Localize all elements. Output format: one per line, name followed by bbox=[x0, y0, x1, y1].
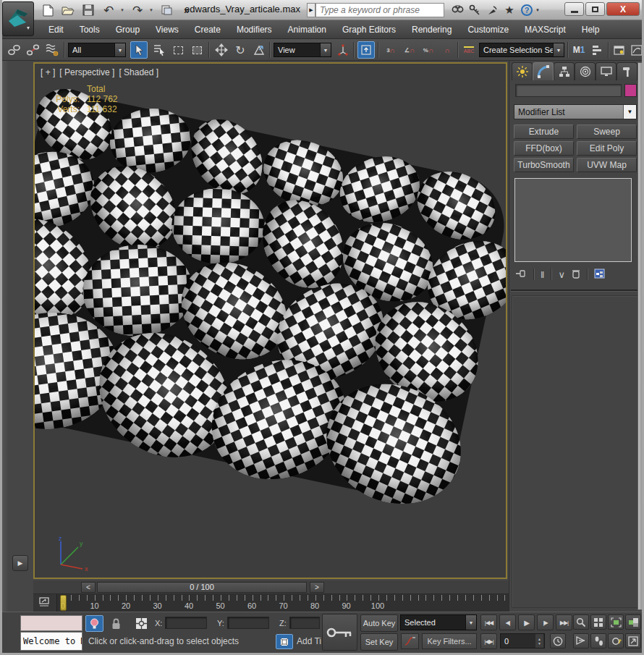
communication-center-icon[interactable] bbox=[483, 3, 501, 17]
modifier-button-extrude[interactable]: Extrude bbox=[514, 124, 574, 139]
modifier-button-ffd-box[interactable]: FFD(box) bbox=[514, 141, 574, 156]
bind-to-space-warp-icon[interactable] bbox=[43, 41, 61, 59]
select-and-link-icon[interactable] bbox=[6, 41, 23, 59]
play-button[interactable]: ▶ bbox=[518, 614, 535, 630]
object-name-field[interactable] bbox=[515, 84, 622, 97]
adaptive-degradation-toggle[interactable] bbox=[276, 634, 293, 649]
modifier-list-dropdown[interactable]: Modifier List ▼ bbox=[514, 104, 637, 119]
add-time-tag[interactable]: Add Ti bbox=[297, 636, 321, 646]
time-slider-frame-display[interactable]: 0 / 100 bbox=[97, 582, 307, 593]
named-selection-sets-dropdown[interactable]: Create Selection Se ▼ bbox=[479, 43, 564, 57]
menu-animation[interactable]: Animation bbox=[280, 22, 334, 38]
select-and-rotate-icon[interactable]: ↻ bbox=[232, 41, 249, 59]
zoom-all-button[interactable] bbox=[590, 614, 606, 630]
app-logo-button[interactable] bbox=[2, 1, 34, 36]
select-and-manipulate-icon[interactable] bbox=[357, 41, 375, 59]
open-file-button[interactable] bbox=[59, 2, 77, 18]
undo-dropdown-arrow[interactable]: ▼ bbox=[120, 8, 126, 12]
viewport-general-menu[interactable]: [ + ] bbox=[41, 67, 55, 77]
command-panel-scrollbar[interactable] bbox=[637, 62, 643, 610]
go-to-end-button[interactable]: ▶▶| bbox=[556, 614, 572, 630]
angle-snap-toggle-icon[interactable]: ∠∩ bbox=[401, 41, 418, 59]
next-frame-button[interactable]: |▶ bbox=[537, 614, 554, 630]
subscription-key-icon[interactable] bbox=[466, 3, 483, 17]
zoom-extents-all-button[interactable] bbox=[625, 614, 641, 630]
search-input[interactable] bbox=[315, 3, 444, 17]
current-frame-field[interactable]: 0 ▲ ▼ bbox=[500, 633, 545, 648]
snaps-toggle-icon[interactable]: 3∩ bbox=[382, 41, 399, 59]
zoom-button[interactable] bbox=[573, 614, 589, 630]
modifier-button-uvw-map[interactable]: UVW Map bbox=[577, 158, 637, 172]
tab-display[interactable] bbox=[596, 62, 617, 80]
menu-graph-editors[interactable]: Graph Editors bbox=[334, 22, 404, 38]
window-crossing-toggle-icon[interactable] bbox=[188, 41, 206, 59]
curve-editor-icon[interactable] bbox=[628, 41, 644, 59]
align-icon[interactable] bbox=[589, 41, 606, 59]
menu-modifiers[interactable]: Modifiers bbox=[229, 22, 280, 38]
remove-modifier-icon[interactable] bbox=[572, 269, 580, 281]
menu-edit[interactable]: Edit bbox=[41, 22, 72, 38]
close-button[interactable]: X bbox=[606, 2, 640, 16]
previous-frame-arrow[interactable]: < bbox=[81, 582, 96, 593]
isolate-selection-toggle[interactable] bbox=[85, 615, 103, 632]
redo-dropdown-arrow[interactable]: ▼ bbox=[149, 8, 155, 12]
percent-snap-toggle-icon[interactable]: %∩ bbox=[420, 41, 437, 59]
menu-maxscript[interactable]: MAXScript bbox=[517, 22, 574, 38]
modifier-button-turbosmooth[interactable]: TurboSmooth bbox=[514, 158, 574, 172]
coord-z-field[interactable] bbox=[289, 617, 320, 629]
go-to-start-button[interactable]: |◀◀ bbox=[480, 614, 497, 630]
default-in-out-tangents-button[interactable] bbox=[401, 633, 419, 649]
rectangular-selection-region-icon[interactable] bbox=[169, 41, 187, 59]
maxscript-mini-listener[interactable]: Welcome to Mi bbox=[20, 632, 82, 651]
next-frame-arrow[interactable]: > bbox=[310, 582, 324, 593]
menu-help[interactable]: Help bbox=[574, 22, 608, 38]
coord-x-field[interactable] bbox=[165, 617, 207, 629]
minimize-button[interactable] bbox=[564, 2, 584, 16]
modifier-button-edit-poly[interactable]: Edit Poly bbox=[577, 141, 637, 156]
expand-panel-button[interactable]: ▶ bbox=[12, 555, 28, 571]
use-pivot-point-center-icon[interactable] bbox=[334, 41, 352, 59]
menu-group[interactable]: Group bbox=[108, 22, 148, 38]
coord-y-field[interactable] bbox=[227, 617, 269, 629]
make-unique-icon[interactable]: ∨ bbox=[558, 269, 565, 280]
menu-customize[interactable]: Customize bbox=[459, 22, 517, 38]
menu-rendering[interactable]: Rendering bbox=[404, 22, 459, 38]
select-and-move-icon[interactable] bbox=[213, 41, 230, 59]
walk-through-button[interactable] bbox=[590, 633, 606, 648]
maxscript-listener-macro-pane[interactable] bbox=[20, 615, 82, 631]
help-dropdown-arrow[interactable]: ▼ bbox=[535, 8, 541, 12]
tab-hierarchy[interactable] bbox=[554, 62, 575, 80]
help-icon[interactable]: ? bbox=[518, 3, 535, 17]
undo-button[interactable]: ↶ bbox=[100, 2, 117, 18]
tab-create[interactable] bbox=[512, 62, 533, 80]
track-bar-ruler[interactable]: 0 10 20 30 40 50 60 70 80 90 100 bbox=[56, 594, 509, 612]
menu-tools[interactable]: Tools bbox=[72, 22, 108, 38]
auto-key-button[interactable]: Auto Key bbox=[360, 614, 398, 632]
mini-curve-editor-button[interactable] bbox=[38, 596, 52, 609]
manage-layers-icon[interactable] bbox=[611, 41, 628, 59]
orbit-button[interactable] bbox=[608, 633, 624, 648]
absolute-mode-transform-toggle[interactable] bbox=[133, 616, 150, 631]
perspective-viewport[interactable]: [ + ] [ Perspective ] [ Shaded ] FPS: 75… bbox=[33, 62, 507, 579]
show-end-result-icon[interactable]: ‖ bbox=[541, 269, 544, 280]
tab-modify[interactable] bbox=[533, 62, 554, 80]
object-color-swatch[interactable] bbox=[624, 84, 637, 97]
viewport-shading-menu[interactable]: [ Shaded ] bbox=[119, 67, 158, 77]
frame-spinner[interactable]: ▲ ▼ bbox=[535, 634, 543, 648]
set-keys-button[interactable] bbox=[322, 614, 357, 651]
zoom-extents-selected-button[interactable] bbox=[608, 614, 624, 630]
select-and-scale-icon[interactable] bbox=[250, 41, 268, 59]
selection-lock-toggle[interactable] bbox=[109, 617, 123, 631]
modifier-stack-list[interactable] bbox=[514, 178, 632, 262]
pan-view-button[interactable] bbox=[573, 633, 589, 648]
mirror-icon[interactable]: M1 bbox=[570, 41, 588, 59]
configure-modifier-sets-icon[interactable] bbox=[594, 269, 605, 281]
maximize-viewport-toggle[interactable] bbox=[625, 633, 641, 648]
spinner-down-icon[interactable]: ▼ bbox=[538, 641, 541, 646]
new-file-button[interactable] bbox=[39, 2, 56, 18]
selected-filter-dropdown[interactable]: Selected ▼ bbox=[400, 614, 477, 630]
select-by-name-icon[interactable] bbox=[151, 41, 168, 59]
tufted-cushion-model[interactable] bbox=[35, 64, 507, 579]
redo-button[interactable]: ↷ bbox=[129, 2, 146, 18]
save-file-button[interactable] bbox=[80, 2, 97, 18]
